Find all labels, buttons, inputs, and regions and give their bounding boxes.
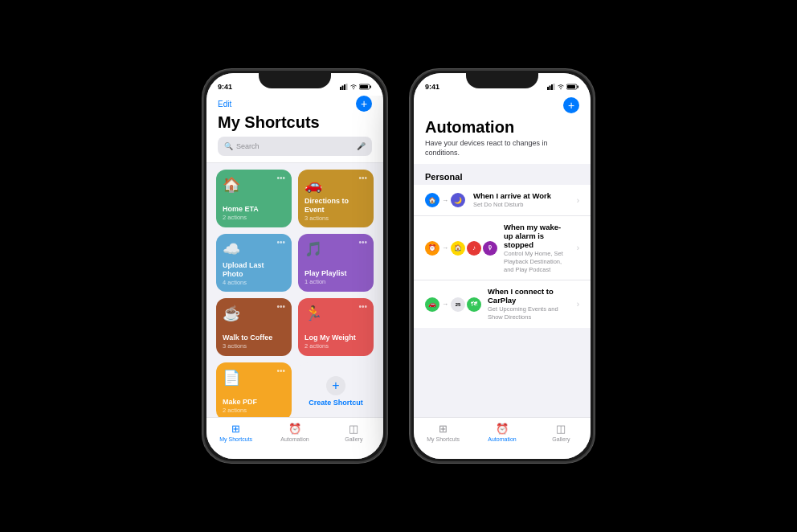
tab-label-shortcuts-2: My Shortcuts (427, 436, 460, 442)
name-upload: Upload Last Photo (223, 261, 285, 279)
auto-icon-speed: 25 (451, 297, 465, 312)
more-icon-coffee[interactable]: ••• (276, 303, 285, 311)
edit-button[interactable]: Edit (218, 100, 231, 108)
signal-icon (340, 84, 348, 90)
auto-desc-arrive: Set Do Not Disturb (473, 201, 570, 209)
icon-home-eta: 🏠 (223, 176, 285, 194)
svg-rect-6 (370, 86, 372, 88)
tab-automation-1[interactable]: ⏰ Automation (265, 423, 324, 442)
search-icon: 🔍 (224, 142, 233, 150)
tab-icon-automation-2: ⏰ (496, 423, 509, 435)
name-pdf: Make PDF (223, 398, 285, 407)
svg-point-12 (560, 88, 561, 89)
svg-point-4 (353, 88, 354, 89)
svg-rect-14 (578, 86, 579, 88)
search-placeholder: Search (236, 142, 260, 150)
tab-label-gallery-1: Gallery (345, 436, 362, 442)
arrow-2: → (442, 244, 448, 252)
auto-item-alarm[interactable]: ⏰ → 🏠 ♪ 🎙 When my wake-up alarm is stopp… (414, 216, 591, 280)
icon-directions: 🚗 (304, 176, 367, 194)
shortcut-coffee[interactable]: ••• ☕ Walk to Coffee 3 actions (216, 298, 292, 356)
shortcut-home-eta[interactable]: ••• 🏠 Home ETA 2 actions (216, 170, 292, 227)
auto-item-carplay[interactable]: 🚗 → 25 🗺 When I connect to CarPlay Get U… (414, 280, 591, 328)
tab-bar-2: ⊞ My Shortcuts ⏰ Automation ◫ Gallery (414, 417, 591, 459)
svg-rect-10 (551, 84, 553, 90)
tab-my-shortcuts-2[interactable]: ⊞ My Shortcuts (414, 423, 472, 442)
auto-item-arrive-work[interactable]: 🏠 → 🌙 When I arrive at Work Set Do Not D… (414, 185, 591, 216)
shortcut-playlist[interactable]: ••• 🎵 Play Playlist 1 action (298, 234, 374, 292)
actions-pdf: 2 actions (223, 407, 285, 414)
auto-icon-car: 🚗 (425, 297, 439, 312)
shortcuts-grid: ••• 🏠 Home ETA 2 actions ••• 🚗 Direction… (206, 163, 383, 417)
actions-directions: 3 actions (304, 215, 367, 222)
phone-automation: 9:41 + Automation Have your devices reac… (410, 69, 595, 463)
actions-upload: 4 actions (223, 279, 285, 286)
tab-my-shortcuts-1[interactable]: ⊞ My Shortcuts (206, 423, 265, 442)
chevron-carplay: › (577, 300, 579, 309)
tab-gallery-2[interactable]: ◫ Gallery (532, 423, 591, 442)
auto-icon-moon: 🌙 (451, 193, 465, 207)
auto-text-arrive: When I arrive at Work Set Do Not Disturb (473, 191, 570, 209)
more-icon-weight[interactable]: ••• (358, 303, 367, 311)
name-directions: Directions to Event (304, 197, 367, 215)
tab-gallery-1[interactable]: ◫ Gallery (325, 423, 383, 442)
auto-text-carplay: When I connect to CarPlay Get Upcoming E… (488, 287, 570, 321)
add-shortcut-button[interactable]: + (356, 96, 372, 112)
name-coffee: Walk to Coffee (223, 334, 285, 342)
shortcut-pdf[interactable]: ••• 📄 Make PDF 2 actions (216, 362, 292, 417)
auto-icon-map: 🗺 (467, 297, 481, 312)
more-icon-pdf[interactable]: ••• (276, 367, 285, 375)
automation-body: Personal 🏠 → 🌙 When I arrive at Work (414, 164, 591, 417)
create-shortcut-plus-icon: + (326, 376, 345, 395)
status-time-2: 9:41 (425, 83, 439, 91)
tab-label-automation-1: Automation (280, 436, 309, 442)
auto-icon-podcast: 🎙 (483, 241, 497, 256)
tab-icon-shortcuts-1: ⊞ (231, 423, 240, 435)
auto-name-alarm: When my wake-up alarm is stopped (504, 223, 570, 249)
auto-name-arrive: When I arrive at Work (473, 191, 570, 200)
actions-home-eta: 2 actions (223, 214, 285, 221)
svg-rect-11 (554, 84, 555, 90)
tab-icon-shortcuts-2: ⊞ (439, 423, 448, 435)
auto-icons-arrive: 🏠 → 🌙 (425, 193, 467, 207)
shortcut-weight[interactable]: ••• 🏃 Log My Weight 2 actions (298, 298, 374, 356)
automation-header: + Automation Have your devices react to … (414, 96, 591, 164)
personal-section-header: Personal (414, 164, 591, 185)
shortcut-directions[interactable]: ••• 🚗 Directions to Event 3 actions (298, 170, 374, 227)
tab-icon-gallery-1: ◫ (349, 423, 358, 435)
svg-rect-3 (346, 84, 348, 90)
auto-desc-alarm: Control My Home, Set Playback Destinatio… (504, 250, 570, 273)
search-bar[interactable]: 🔍 Search 🎤 (218, 137, 372, 156)
auto-text-alarm: When my wake-up alarm is stopped Control… (504, 223, 570, 273)
automation-title: Automation (425, 118, 579, 137)
svg-rect-9 (550, 86, 551, 91)
mic-icon: 🎤 (357, 142, 366, 150)
auto-name-carplay: When I connect to CarPlay (488, 287, 570, 305)
more-icon-home-eta[interactable]: ••• (276, 174, 285, 182)
add-automation-button[interactable]: + (563, 97, 579, 113)
tab-automation-2[interactable]: ⏰ Automation (472, 423, 531, 442)
automation-subtitle: Have your devices react to changes in co… (425, 139, 579, 158)
shortcut-upload[interactable]: ••• ☁️ Upload Last Photo 4 actions (216, 234, 292, 292)
tab-bar-1: ⊞ My Shortcuts ⏰ Automation ◫ Gallery (206, 417, 383, 459)
svg-rect-8 (547, 87, 549, 90)
icon-weight: 🏃 (304, 305, 367, 322)
svg-rect-0 (340, 87, 341, 90)
more-icon-playlist[interactable]: ••• (358, 239, 367, 247)
tab-label-shortcuts-1: My Shortcuts (219, 436, 252, 442)
arrow-1: → (442, 197, 448, 204)
page-title-1: My Shortcuts (218, 113, 372, 132)
tab-icon-automation-1: ⏰ (288, 423, 301, 435)
name-home-eta: Home ETA (223, 205, 285, 214)
svg-rect-1 (342, 86, 344, 91)
actions-playlist: 1 action (304, 278, 367, 285)
auto-icons-carplay: 🚗 → 25 🗺 (425, 297, 481, 312)
status-icons-2 (547, 84, 579, 90)
more-icon-directions[interactable]: ••• (358, 174, 367, 182)
more-icon-upload[interactable]: ••• (276, 239, 285, 247)
create-shortcut-card[interactable]: + Create Shortcut (298, 362, 374, 417)
create-shortcut-label: Create Shortcut (309, 399, 363, 407)
notch (259, 71, 331, 88)
actions-weight: 2 actions (304, 342, 367, 350)
battery-icon-2 (566, 84, 579, 90)
